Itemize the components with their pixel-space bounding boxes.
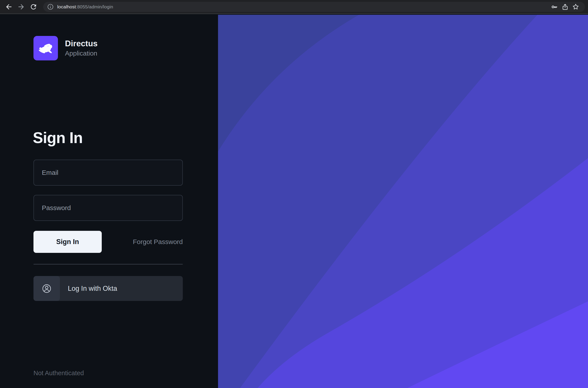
forgot-password-link[interactable]: Forgot Password — [133, 238, 183, 245]
share-icon — [561, 3, 569, 11]
background-art — [218, 15, 588, 388]
rabbit-icon — [37, 39, 55, 58]
sso-icon-box — [33, 276, 60, 301]
brand-title: Directus — [65, 39, 98, 48]
divider — [33, 264, 183, 265]
directus-logo — [33, 36, 58, 60]
sign-in-button[interactable]: Sign In — [33, 231, 102, 253]
okta-login-button[interactable]: Log In with Okta — [33, 276, 183, 301]
email-field[interactable] — [33, 160, 183, 186]
forward-button[interactable] — [15, 1, 27, 13]
share-button[interactable] — [560, 2, 570, 11]
login-form: Sign In Forgot Password Log In with Okta — [33, 160, 183, 301]
back-button[interactable] — [3, 1, 15, 13]
back-icon — [5, 3, 13, 11]
page-title: Sign In — [33, 129, 83, 146]
info-icon[interactable] — [47, 3, 54, 11]
brand-subtitle: Application — [65, 49, 98, 58]
app-window: Directus Application Sign In Sign In For… — [0, 15, 588, 388]
password-manager-button[interactable] — [549, 2, 560, 11]
password-field[interactable] — [33, 195, 183, 221]
star-icon — [572, 3, 579, 11]
form-actions: Sign In Forgot Password — [33, 231, 183, 253]
status-text: Not Authenticated — [33, 369, 84, 377]
url-path: :8055/admin/login — [76, 4, 113, 9]
bookmark-button[interactable] — [570, 2, 581, 11]
reload-icon — [29, 3, 37, 11]
okta-login-label: Log In with Okta — [68, 285, 117, 292]
brand: Directus Application — [33, 36, 98, 60]
reload-button[interactable] — [27, 1, 40, 13]
url-text: localhost:8055/admin/login — [57, 4, 113, 9]
url-bar[interactable]: localhost:8055/admin/login — [43, 2, 585, 12]
key-icon — [551, 3, 558, 11]
url-host: localhost — [57, 4, 76, 9]
purple-bands-art — [218, 15, 588, 388]
forward-icon — [17, 3, 25, 11]
brand-text: Directus Application — [65, 39, 98, 58]
browser-toolbar: localhost:8055/admin/login — [0, 0, 588, 14]
person-circle-icon — [42, 284, 52, 294]
login-panel: Directus Application Sign In Sign In For… — [0, 15, 218, 388]
